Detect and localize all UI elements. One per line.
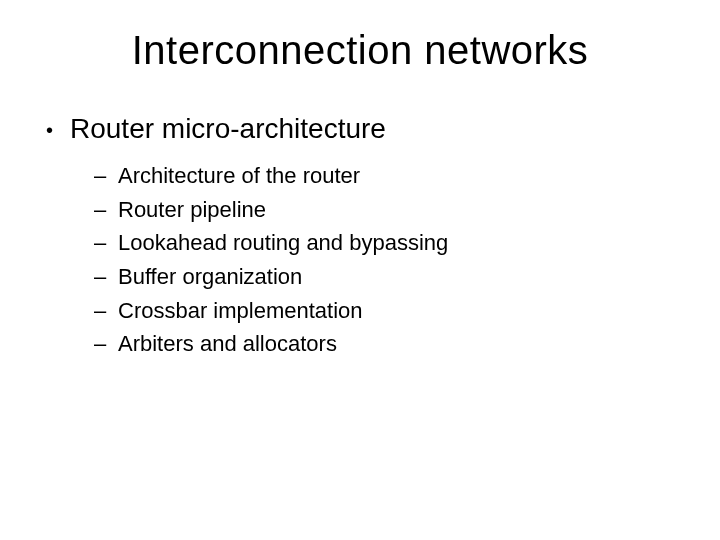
bullet-main-text: Router micro-architecture bbox=[70, 113, 386, 145]
dash-icon: – bbox=[94, 195, 118, 225]
dash-icon: – bbox=[94, 228, 118, 258]
sub-bullet-text: Crossbar implementation bbox=[118, 296, 363, 326]
sub-bullet-text: Router pipeline bbox=[118, 195, 266, 225]
sub-bullet-item: – Crossbar implementation bbox=[94, 296, 680, 326]
bullet-main: • Router micro-architecture bbox=[46, 113, 680, 147]
dash-icon: – bbox=[94, 329, 118, 359]
sub-bullet-item: – Buffer organization bbox=[94, 262, 680, 292]
slide: Interconnection networks • Router micro-… bbox=[0, 0, 720, 540]
sub-bullet-item: – Router pipeline bbox=[94, 195, 680, 225]
sub-bullet-item: – Lookahead routing and bypassing bbox=[94, 228, 680, 258]
sub-bullet-item: – Architecture of the router bbox=[94, 161, 680, 191]
sub-bullet-text: Buffer organization bbox=[118, 262, 302, 292]
dash-icon: – bbox=[94, 296, 118, 326]
dash-icon: – bbox=[94, 161, 118, 191]
slide-title: Interconnection networks bbox=[40, 28, 680, 73]
sub-bullet-text: Arbiters and allocators bbox=[118, 329, 337, 359]
bullet-dot-icon: • bbox=[46, 113, 70, 147]
dash-icon: – bbox=[94, 262, 118, 292]
sub-bullet-item: – Arbiters and allocators bbox=[94, 329, 680, 359]
sub-bullet-text: Architecture of the router bbox=[118, 161, 360, 191]
sub-bullet-text: Lookahead routing and bypassing bbox=[118, 228, 448, 258]
sub-bullet-list: – Architecture of the router – Router pi… bbox=[40, 161, 680, 359]
